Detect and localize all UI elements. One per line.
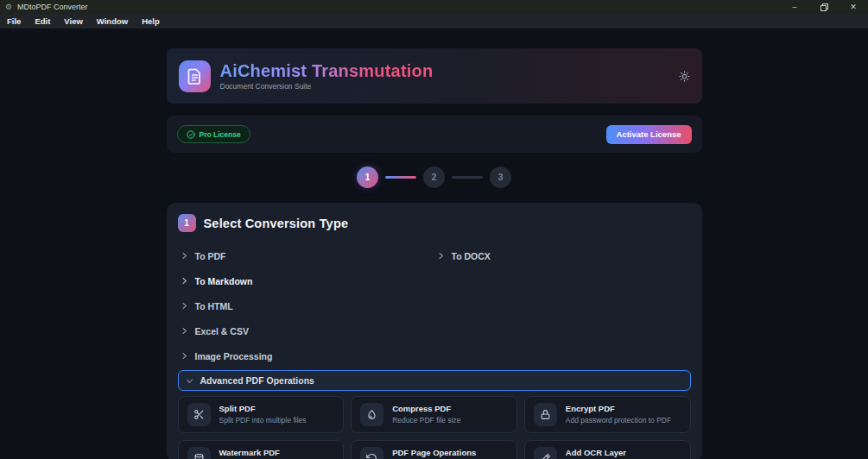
close-button[interactable]: ✕ [839,0,868,14]
sun-icon [679,71,690,82]
menu-edit[interactable]: Edit [35,16,50,26]
step-connector-active [385,176,416,179]
lock-icon [534,403,557,426]
main-area: AiChemist Transmutation Document Convers… [0,28,868,459]
menu-file[interactable]: File [7,16,21,26]
category-to-markdown[interactable]: To Markdown [178,268,691,293]
step-1-indicator[interactable]: 1 [357,167,378,188]
chevron-right-icon [181,302,188,310]
window-titlebar: ⚙ MDtoPDF Converter – ✕ [0,0,868,14]
scissors-icon [187,403,211,426]
layers-icon [187,447,211,459]
app-subtitle: Document Conversion Suite [220,82,434,91]
category-to-html[interactable]: To HTML [178,293,691,318]
window-title: MDtoPDF Converter [17,3,88,11]
menu-bar: File Edit View Window Help [0,14,868,28]
operation-description: Reduce PDF file size [392,416,460,425]
chevron-right-icon [181,252,188,260]
menu-view[interactable]: View [64,16,82,26]
category-label: Image Processing [195,351,273,362]
restore-icon [820,3,828,11]
category-to-pdf[interactable]: To PDF [178,243,434,268]
wizard-stepper: 1 2 3 [167,167,702,188]
operation-pdf-page-operations[interactable]: PDF Page Operations Extract, rotate, or … [351,440,517,459]
operation-title: Encrypt PDF [566,404,671,414]
chevron-right-icon [437,252,445,260]
category-label: To PDF [195,251,226,261]
operation-description: Add password protection to PDF [566,416,671,425]
app-logo [179,60,211,92]
app-gear-icon: ⚙ [5,3,12,11]
chevron-right-icon [181,277,188,285]
menu-window[interactable]: Window [97,16,128,26]
operation-add-ocr-layer[interactable]: Add OCR Layer Add invisible text layer t… [524,440,691,459]
check-circle-icon [187,130,195,139]
chevron-right-icon [181,352,188,360]
section-title: Select Conversion Type [204,217,349,230]
step-2-indicator[interactable]: 2 [423,167,445,188]
minimize-button[interactable]: – [780,0,809,14]
step-3-indicator[interactable]: 3 [490,167,511,188]
operations-grid: Split PDF Split PDF into multiple files … [178,396,691,459]
category-label: Excel & CSV [195,326,249,336]
operation-encrypt-pdf[interactable]: Encrypt PDF Add password protection to P… [524,396,691,433]
pen-icon [534,447,557,459]
operation-title: PDF Page Operations [392,448,497,458]
theme-toggle-button[interactable] [679,71,690,82]
category-label: To Markdown [195,276,253,286]
chevron-down-icon [186,377,193,385]
category-image-processing[interactable]: Image Processing [178,343,691,368]
app-title: AiChemist Transmutation [220,61,434,81]
license-status-badge: Pro License [177,125,250,143]
document-icon [187,68,202,85]
operation-split-pdf[interactable]: Split PDF Split PDF into multiple files [178,396,345,433]
category-label: Advanced PDF Operations [200,375,314,386]
section-step-badge: 1 [178,214,196,232]
category-advanced-pdf-operations[interactable]: Advanced PDF Operations [178,370,691,391]
restore-button[interactable] [809,0,839,14]
app-header-banner: AiChemist Transmutation Document Convers… [167,48,702,104]
category-to-docx[interactable]: To DOCX [434,243,691,268]
operation-title: Split PDF [219,404,307,414]
rotate-ccw-icon [360,447,383,459]
operation-watermark-pdf[interactable]: Watermark PDF Add watermarks to PDF [178,440,345,459]
operation-compress-pdf[interactable]: Compress PDF Reduce PDF file size [351,396,517,433]
step-connector [452,176,483,179]
category-label: To DOCX [452,251,491,261]
menu-help[interactable]: Help [142,16,160,26]
operation-title: Add OCR Layer [566,448,663,458]
conversion-type-panel: 1 Select Conversion Type To PDF To DOCX [167,203,702,459]
droplet-icon [360,403,383,426]
operation-title: Watermark PDF [219,448,297,458]
license-badge-label: Pro License [200,130,241,139]
activate-license-button[interactable]: Activate License [606,125,692,144]
operation-description: Split PDF into multiple files [219,416,307,425]
category-excel-csv[interactable]: Excel & CSV [178,318,691,343]
chevron-right-icon [181,327,188,335]
category-label: To HTML [195,301,233,311]
license-bar: Pro License Activate License [167,116,702,153]
operation-title: Compress PDF [392,404,460,414]
